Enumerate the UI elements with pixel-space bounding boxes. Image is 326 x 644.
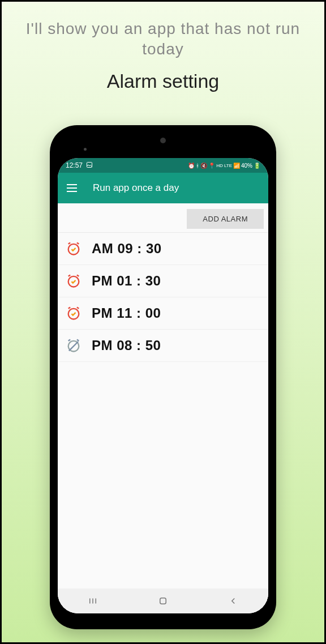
network-icon: HD LTE — [216, 163, 232, 168]
alarm-time-label: PM 11 : 00 — [92, 305, 161, 321]
alarm-enabled-icon — [66, 273, 82, 289]
alarm-disabled-icon — [66, 338, 82, 353]
back-button[interactable] — [222, 590, 244, 612]
alarm-item[interactable]: AM 09 : 30 — [58, 233, 268, 265]
alarm-time-label: PM 08 : 50 — [92, 338, 161, 353]
svg-rect-9 — [160, 598, 166, 604]
add-alarm-button[interactable]: ADD ALARM — [187, 209, 264, 229]
add-alarm-row: ADD ALARM — [58, 203, 268, 233]
alarm-item[interactable]: PM 01 : 30 — [58, 265, 268, 297]
alarm-list: AM 09 : 30PM 01 : 30PM 11 : 00PM 08 : 50 — [58, 233, 268, 362]
menu-icon[interactable] — [67, 184, 77, 192]
status-bar: 12:57 ⏰ ᚼ 🔇 📍 HD LTE 📶 40% 🔋 — [58, 158, 268, 173]
alarm-time-label: PM 01 : 30 — [92, 273, 161, 289]
recent-apps-button[interactable] — [82, 590, 104, 612]
promo-title: Alarm setting — [2, 70, 324, 92]
mute-icon: 🔇 — [200, 163, 207, 169]
battery-text: 40% — [241, 163, 252, 169]
alarm-item[interactable]: PM 11 : 00 — [58, 297, 268, 330]
location-icon: 📍 — [208, 163, 215, 169]
alarm-enabled-icon — [66, 241, 82, 257]
promo-text: I'll show you an app that has not run to… — [2, 19, 324, 60]
alarm-item[interactable]: PM 08 : 50 — [58, 330, 268, 362]
battery-icon: 🔋 — [254, 163, 260, 169]
alarm-time-label: AM 09 : 30 — [92, 241, 162, 257]
navigation-bar — [58, 588, 268, 613]
app-title: Run app once a day — [93, 182, 179, 194]
content-area: ADD ALARM AM 09 : 30PM 01 : 30PM 11 : 00… — [58, 203, 268, 613]
alarm-enabled-icon — [66, 305, 82, 321]
svg-rect-0 — [87, 162, 92, 167]
phone-camera — [160, 138, 166, 143]
status-time: 12:57 — [66, 161, 83, 169]
phone-frame: 12:57 ⏰ ᚼ 🔇 📍 HD LTE 📶 40% 🔋 Run app onc… — [50, 125, 276, 629]
phone-screen: 12:57 ⏰ ᚼ 🔇 📍 HD LTE 📶 40% 🔋 Run app onc… — [58, 158, 268, 613]
svg-line-5 — [69, 342, 78, 351]
app-bar: Run app once a day — [58, 173, 268, 203]
alarm-status-icon: ⏰ — [188, 163, 195, 169]
image-icon — [86, 161, 93, 170]
signal-icon: 📶 — [233, 163, 240, 169]
phone-sensor — [84, 148, 87, 151]
bluetooth-icon: ᚼ — [196, 163, 199, 169]
home-button[interactable] — [152, 590, 174, 612]
